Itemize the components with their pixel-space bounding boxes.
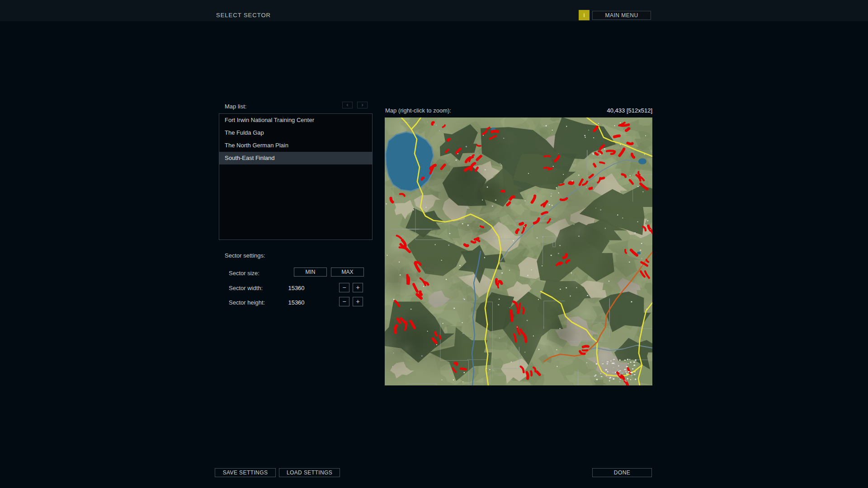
sector-height-decrement-button[interactable]: −	[339, 297, 349, 306]
sector-size-min-button[interactable]: MIN	[294, 267, 327, 277]
plus-icon: +	[356, 298, 359, 305]
minus-icon: −	[342, 284, 346, 291]
prev-map-button[interactable]: ‹	[342, 102, 353, 108]
sector-height-label: Sector height:	[229, 299, 265, 306]
sector-width-increment-button[interactable]: +	[353, 283, 363, 292]
load-settings-button[interactable]: LOAD SETTINGS	[279, 468, 340, 477]
sector-settings-heading: Sector settings:	[225, 252, 265, 259]
sector-width-label: Sector width:	[229, 285, 263, 291]
chevron-left-icon: ‹	[347, 102, 349, 108]
map-list-item[interactable]: South-East Finland	[219, 152, 372, 164]
next-map-button[interactable]: ›	[357, 102, 368, 108]
map-list-item[interactable]: The Fulda Gap	[219, 127, 372, 139]
sector-height-increment-button[interactable]: +	[353, 297, 363, 306]
map-list[interactable]: Fort Irwin National Training CenterThe F…	[219, 113, 373, 240]
chevron-right-icon: ›	[362, 102, 363, 108]
done-button[interactable]: DONE	[592, 468, 652, 477]
info-button[interactable]: i	[579, 10, 590, 20]
save-settings-button[interactable]: SAVE SETTINGS	[215, 468, 276, 477]
sector-size-label: Sector size:	[229, 270, 259, 277]
page-title: SELECT SECTOR	[216, 12, 271, 19]
sector-height-value: 15360	[270, 299, 322, 306]
minus-icon: −	[342, 298, 346, 305]
main-menu-button[interactable]: MAIN MENU	[592, 11, 651, 20]
sector-width-value: 15360	[270, 285, 322, 291]
map-list-label: Map list:	[225, 103, 246, 110]
sector-map[interactable]	[385, 117, 652, 385]
sector-width-decrement-button[interactable]: −	[339, 283, 349, 292]
sector-size-max-button[interactable]: MAX	[331, 267, 364, 277]
plus-icon: +	[356, 284, 359, 291]
map-info-text: 40,433 [512x512]	[385, 107, 652, 114]
top-bar: SELECT SECTOR i MAIN MENU	[0, 0, 868, 21]
map-list-item[interactable]: Fort Irwin National Training Center	[219, 114, 372, 127]
map-list-item[interactable]: The North German Plain	[219, 139, 372, 152]
